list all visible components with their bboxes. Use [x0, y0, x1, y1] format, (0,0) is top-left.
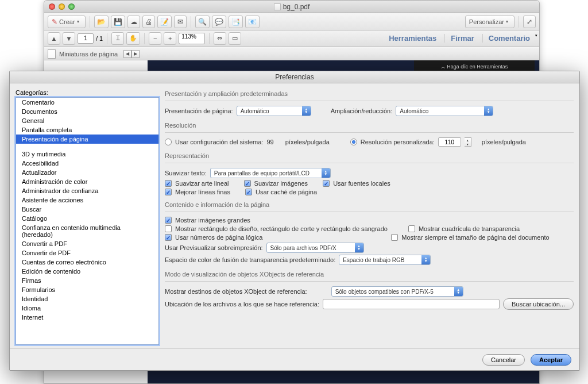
customize-button[interactable]: Personalizar — [465, 16, 514, 28]
category-item[interactable]: Asistente de acciones — [16, 195, 158, 205]
category-item[interactable]: 3D y mutimedia — [16, 149, 158, 159]
xobject-targets-select[interactable]: Sólo objetos compatibles con PDF/X-5▲▼ — [331, 286, 463, 297]
hand-icon: ✋ — [129, 34, 137, 42]
always-show-page-size-checkbox[interactable] — [391, 234, 398, 241]
transparency-grid-checkbox[interactable] — [408, 225, 415, 232]
page-number-input[interactable] — [78, 33, 94, 44]
preferences-footer: Cancelar Aceptar — [10, 348, 579, 370]
magnification-select[interactable]: Automático▲▼ — [396, 106, 493, 116]
smooth-text-select[interactable]: Para pantallas de equipo portátil/LCD▲▼ — [210, 168, 331, 178]
zoom-select[interactable]: 113%▾ — [179, 33, 205, 44]
window-title: bg_0.pdf — [44, 3, 539, 11]
page-down-button[interactable]: ▼ — [63, 32, 75, 45]
category-item[interactable]: Catálogo — [16, 214, 158, 223]
print-button[interactable]: 🖨 — [142, 16, 155, 28]
zoom-in-button[interactable]: + — [164, 32, 176, 45]
referenced-files-label: Ubicación de los archivos a los que se h… — [165, 301, 319, 308]
resolution-system-radio[interactable] — [165, 139, 172, 145]
stepper-arrows-icon: ▲▼ — [484, 106, 493, 116]
stepper-arrows-icon: ▲▼ — [322, 168, 330, 178]
categories-list[interactable]: ComentarioDocumentosGeneralPantalla comp… — [16, 97, 159, 345]
category-item[interactable]: Administración de color — [16, 177, 158, 186]
category-item[interactable]: Comentario — [16, 98, 158, 107]
save-icon: 💾 — [114, 18, 122, 26]
edit-button[interactable]: 📝 — [157, 16, 172, 28]
category-item[interactable]: Internet — [16, 313, 158, 322]
batch-button[interactable]: 📑 — [229, 16, 243, 28]
fit-width-button[interactable]: ⇔ — [214, 32, 226, 45]
category-item[interactable]: Convertir de PDF — [16, 248, 158, 258]
print-icon: 🖨 — [145, 18, 152, 26]
category-item[interactable]: Identidad — [16, 294, 158, 304]
xobject-targets-label: Mostrar destinos de objetos XObject de r… — [165, 288, 307, 295]
category-item[interactable]: Idioma — [16, 304, 158, 313]
cloud-button[interactable]: ☁ — [127, 16, 140, 28]
resolution-stepper[interactable]: ▲▼ — [465, 137, 471, 147]
comment-link[interactable]: Comentario — [482, 34, 536, 43]
email-button[interactable]: ✉ — [174, 16, 187, 28]
enhance-thin-lines-checkbox[interactable] — [165, 189, 172, 195]
category-item[interactable]: Accesibilidad — [16, 159, 158, 168]
category-item[interactable]: Edición de contenido — [16, 267, 158, 276]
thumb-prev-button[interactable]: ◀ — [123, 50, 131, 58]
create-button[interactable]: ✎ Crear — [48, 16, 86, 28]
fullscreen-button[interactable]: ⤢ — [523, 16, 536, 28]
category-item[interactable]: Administrador de confianza — [16, 186, 158, 195]
category-item[interactable]: Documentos — [16, 107, 158, 116]
overprint-preview-select[interactable]: Sólo para archivos PDF/X▲▼ — [266, 243, 364, 253]
tools-link[interactable]: Herramientas — [383, 34, 442, 43]
window-title-text: bg_0.pdf — [283, 3, 310, 11]
search-button[interactable]: 🔍 — [195, 16, 210, 28]
local-fonts-checkbox[interactable] — [323, 180, 330, 187]
thumb-nav: ◀ ▶ — [123, 50, 140, 58]
comment-button[interactable]: 💬 — [212, 16, 226, 28]
referenced-files-input[interactable] — [323, 299, 500, 309]
resolution-custom-radio[interactable] — [350, 139, 357, 145]
save-button[interactable]: 💾 — [111, 16, 125, 28]
show-boxes-checkbox[interactable] — [165, 225, 172, 232]
category-item[interactable]: Pantalla completa — [16, 125, 158, 135]
group-rendering-header: Representación — [165, 151, 574, 162]
preferences-content: Presentación y ampliación predeterminada… — [165, 89, 574, 345]
category-item[interactable]: Confianza en contenido multimedia (hered… — [16, 223, 158, 239]
logical-page-numbers-checkbox[interactable] — [165, 234, 172, 241]
smooth-images-checkbox[interactable] — [244, 180, 251, 187]
resolution-custom-input[interactable] — [438, 137, 461, 147]
smooth-lineart-checkbox[interactable] — [165, 180, 172, 187]
category-item[interactable]: Firmas — [16, 276, 158, 285]
page-up-button[interactable]: ▲ — [48, 32, 60, 45]
resolution-unit: píxeles/pulgada — [285, 139, 330, 145]
large-images-checkbox[interactable] — [165, 217, 172, 224]
sign-link[interactable]: Firmar — [444, 34, 479, 43]
category-item[interactable]: General — [16, 116, 158, 125]
page-layout-select[interactable]: Automático▲▼ — [237, 106, 311, 116]
category-item[interactable]: Actualizador — [16, 168, 158, 177]
edit-page-icon: 📝 — [160, 18, 169, 26]
browse-button[interactable]: Buscar ubicación... — [503, 298, 574, 310]
category-item[interactable]: Presentación de página — [16, 135, 158, 144]
fit-page-button[interactable]: ▭ — [229, 32, 241, 45]
category-item[interactable]: Formularios — [16, 285, 158, 294]
stepper-arrows-icon: ▲▼ — [454, 287, 463, 296]
zoom-out-button[interactable]: − — [149, 32, 161, 45]
blend-space-label: Espacio de color de fusión de transparen… — [165, 256, 335, 263]
stepper-arrows-icon: ▲▼ — [355, 243, 363, 252]
chevron-up-icon: ▲ — [466, 139, 469, 142]
group-presentation-header: Presentación y ampliación predeterminada… — [165, 89, 574, 99]
minus-icon: − — [153, 35, 157, 42]
cancel-button[interactable]: Cancelar — [482, 354, 525, 366]
page-layout-label: Presentación de página: — [165, 107, 233, 114]
category-item[interactable]: Cuentas de correo electrónico — [16, 258, 158, 267]
category-item[interactable]: Convertir a PDF — [16, 239, 158, 248]
hand-tool-button[interactable]: ✋ — [126, 32, 140, 45]
ok-button[interactable]: Aceptar — [531, 354, 571, 366]
overprint-preview-label: Usar Previsualizar sobreimpresión: — [165, 244, 263, 251]
envelope-button[interactable]: 📧 — [245, 16, 260, 28]
select-tool-button[interactable]: Ꮖ — [111, 32, 124, 45]
open-button[interactable]: 📂 — [94, 16, 109, 28]
thumb-next-button[interactable]: ▶ — [131, 50, 140, 58]
category-item[interactable]: Buscar — [16, 205, 158, 214]
page-cache-checkbox[interactable] — [245, 189, 252, 195]
blend-space-select[interactable]: Espacio de trabajo RGB▲▼ — [339, 255, 431, 265]
expand-icon: ⤢ — [527, 18, 532, 26]
